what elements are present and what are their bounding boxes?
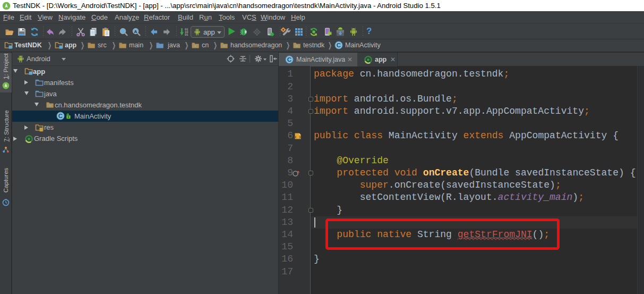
svg-text:A: A	[134, 29, 138, 34]
svg-text:01: 01	[185, 33, 188, 37]
